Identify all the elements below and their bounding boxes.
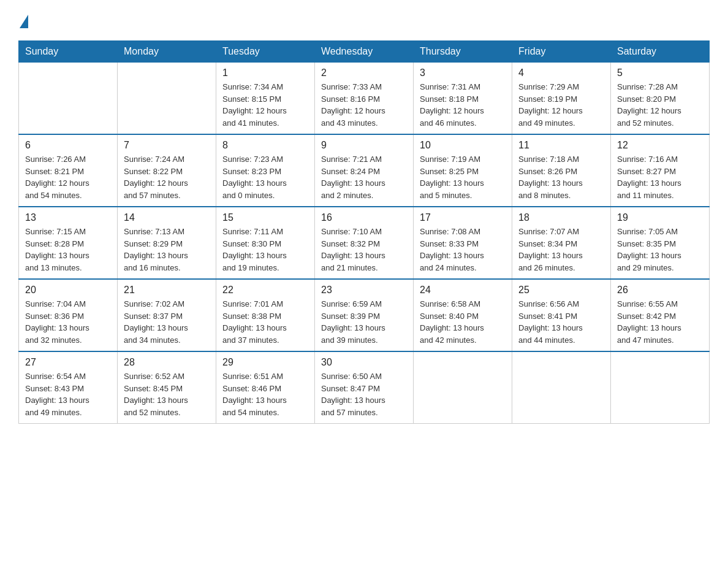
calendar-day-cell <box>512 351 611 424</box>
calendar-day-cell: 1Sunrise: 7:34 AMSunset: 8:15 PMDaylight… <box>216 63 315 135</box>
calendar-day-cell: 20Sunrise: 7:04 AMSunset: 8:36 PMDayligh… <box>19 279 118 351</box>
day-number: 26 <box>617 285 703 296</box>
day-info: Sunrise: 7:29 AMSunset: 8:19 PMDaylight:… <box>518 81 604 129</box>
calendar-day-cell: 14Sunrise: 7:13 AMSunset: 8:29 PMDayligh… <box>118 207 216 279</box>
day-info: Sunrise: 7:23 AMSunset: 8:23 PMDaylight:… <box>222 153 308 201</box>
calendar-day-cell: 5Sunrise: 7:28 AMSunset: 8:20 PMDaylight… <box>611 63 710 135</box>
calendar-day-cell: 21Sunrise: 7:02 AMSunset: 8:37 PMDayligh… <box>118 279 216 351</box>
day-number: 23 <box>321 285 407 296</box>
calendar-week-row: 27Sunrise: 6:54 AMSunset: 8:43 PMDayligh… <box>19 351 710 424</box>
day-info: Sunrise: 6:51 AMSunset: 8:46 PMDaylight:… <box>222 370 308 418</box>
day-number: 18 <box>518 212 604 223</box>
day-number: 27 <box>25 357 111 368</box>
day-info: Sunrise: 6:56 AMSunset: 8:41 PMDaylight:… <box>518 298 604 346</box>
day-info: Sunrise: 7:21 AMSunset: 8:24 PMDaylight:… <box>321 153 407 201</box>
day-number: 1 <box>222 67 308 79</box>
day-number: 13 <box>25 212 111 223</box>
page-header <box>18 12 710 28</box>
day-number: 17 <box>420 212 506 223</box>
calendar-day-cell: 17Sunrise: 7:08 AMSunset: 8:33 PMDayligh… <box>414 207 512 279</box>
day-number: 8 <box>222 140 308 151</box>
calendar-day-cell: 12Sunrise: 7:16 AMSunset: 8:27 PMDayligh… <box>611 134 710 207</box>
day-number: 24 <box>420 285 506 296</box>
day-number: 4 <box>518 67 604 79</box>
calendar-day-cell <box>414 351 512 424</box>
day-info: Sunrise: 7:02 AMSunset: 8:37 PMDaylight:… <box>124 298 210 346</box>
day-number: 10 <box>420 140 506 151</box>
calendar-week-row: 1Sunrise: 7:34 AMSunset: 8:15 PMDaylight… <box>19 63 710 135</box>
day-info: Sunrise: 6:54 AMSunset: 8:43 PMDaylight:… <box>25 370 111 418</box>
calendar-day-cell: 25Sunrise: 6:56 AMSunset: 8:41 PMDayligh… <box>512 279 611 351</box>
day-number: 29 <box>222 357 308 368</box>
day-info: Sunrise: 7:04 AMSunset: 8:36 PMDaylight:… <box>25 298 111 346</box>
day-info: Sunrise: 7:07 AMSunset: 8:34 PMDaylight:… <box>518 226 604 274</box>
day-number: 11 <box>518 140 604 151</box>
day-info: Sunrise: 7:34 AMSunset: 8:15 PMDaylight:… <box>222 81 308 129</box>
day-number: 15 <box>222 212 308 223</box>
weekday-header-thursday: Thursday <box>414 41 512 63</box>
day-number: 19 <box>617 212 703 223</box>
day-number: 3 <box>420 67 506 79</box>
day-number: 2 <box>321 67 407 79</box>
day-number: 5 <box>617 67 703 79</box>
day-number: 6 <box>25 140 111 151</box>
calendar-day-cell: 15Sunrise: 7:11 AMSunset: 8:30 PMDayligh… <box>216 207 315 279</box>
weekday-header-sunday: Sunday <box>19 41 118 63</box>
calendar-week-row: 6Sunrise: 7:26 AMSunset: 8:21 PMDaylight… <box>19 134 710 207</box>
day-number: 12 <box>617 140 703 151</box>
day-info: Sunrise: 7:19 AMSunset: 8:25 PMDaylight:… <box>420 153 506 201</box>
calendar-day-cell: 11Sunrise: 7:18 AMSunset: 8:26 PMDayligh… <box>512 134 611 207</box>
day-info: Sunrise: 7:05 AMSunset: 8:35 PMDaylight:… <box>617 226 703 274</box>
day-info: Sunrise: 6:59 AMSunset: 8:39 PMDaylight:… <box>321 298 407 346</box>
calendar-day-cell: 28Sunrise: 6:52 AMSunset: 8:45 PMDayligh… <box>118 351 216 424</box>
weekday-header-monday: Monday <box>118 41 216 63</box>
calendar-day-cell: 7Sunrise: 7:24 AMSunset: 8:22 PMDaylight… <box>118 134 216 207</box>
day-number: 28 <box>124 357 210 368</box>
calendar-day-cell: 30Sunrise: 6:50 AMSunset: 8:47 PMDayligh… <box>315 351 414 424</box>
calendar-day-cell: 9Sunrise: 7:21 AMSunset: 8:24 PMDaylight… <box>315 134 414 207</box>
day-info: Sunrise: 7:26 AMSunset: 8:21 PMDaylight:… <box>25 153 111 201</box>
day-info: Sunrise: 7:24 AMSunset: 8:22 PMDaylight:… <box>124 153 210 201</box>
calendar-day-cell: 18Sunrise: 7:07 AMSunset: 8:34 PMDayligh… <box>512 207 611 279</box>
calendar-day-cell: 8Sunrise: 7:23 AMSunset: 8:23 PMDaylight… <box>216 134 315 207</box>
day-info: Sunrise: 7:33 AMSunset: 8:16 PMDaylight:… <box>321 81 407 129</box>
calendar-day-cell: 26Sunrise: 6:55 AMSunset: 8:42 PMDayligh… <box>611 279 710 351</box>
day-info: Sunrise: 7:08 AMSunset: 8:33 PMDaylight:… <box>420 226 506 274</box>
day-number: 21 <box>124 285 210 296</box>
day-number: 25 <box>518 285 604 296</box>
calendar-day-cell: 6Sunrise: 7:26 AMSunset: 8:21 PMDaylight… <box>19 134 118 207</box>
calendar-day-cell: 19Sunrise: 7:05 AMSunset: 8:35 PMDayligh… <box>611 207 710 279</box>
calendar-day-cell: 13Sunrise: 7:15 AMSunset: 8:28 PMDayligh… <box>19 207 118 279</box>
day-info: Sunrise: 7:13 AMSunset: 8:29 PMDaylight:… <box>124 226 210 274</box>
calendar-day-cell: 29Sunrise: 6:51 AMSunset: 8:46 PMDayligh… <box>216 351 315 424</box>
day-number: 16 <box>321 212 407 223</box>
day-info: Sunrise: 7:15 AMSunset: 8:28 PMDaylight:… <box>25 226 111 274</box>
calendar-day-cell: 16Sunrise: 7:10 AMSunset: 8:32 PMDayligh… <box>315 207 414 279</box>
calendar-day-cell: 22Sunrise: 7:01 AMSunset: 8:38 PMDayligh… <box>216 279 315 351</box>
calendar-day-cell <box>611 351 710 424</box>
day-info: Sunrise: 6:58 AMSunset: 8:40 PMDaylight:… <box>420 298 506 346</box>
day-number: 14 <box>124 212 210 223</box>
calendar-day-cell: 2Sunrise: 7:33 AMSunset: 8:16 PMDaylight… <box>315 63 414 135</box>
day-info: Sunrise: 6:50 AMSunset: 8:47 PMDaylight:… <box>321 370 407 418</box>
calendar-day-cell: 4Sunrise: 7:29 AMSunset: 8:19 PMDaylight… <box>512 63 611 135</box>
day-number: 22 <box>222 285 308 296</box>
calendar-day-cell: 10Sunrise: 7:19 AMSunset: 8:25 PMDayligh… <box>414 134 512 207</box>
weekday-header-friday: Friday <box>512 41 611 63</box>
calendar-day-cell <box>118 63 216 135</box>
day-info: Sunrise: 7:10 AMSunset: 8:32 PMDaylight:… <box>321 226 407 274</box>
day-info: Sunrise: 6:52 AMSunset: 8:45 PMDaylight:… <box>124 370 210 418</box>
calendar-day-cell: 24Sunrise: 6:58 AMSunset: 8:40 PMDayligh… <box>414 279 512 351</box>
day-info: Sunrise: 6:55 AMSunset: 8:42 PMDaylight:… <box>617 298 703 346</box>
day-info: Sunrise: 7:28 AMSunset: 8:20 PMDaylight:… <box>617 81 703 129</box>
day-info: Sunrise: 7:11 AMSunset: 8:30 PMDaylight:… <box>222 226 308 274</box>
calendar-header-row: SundayMondayTuesdayWednesdayThursdayFrid… <box>19 41 710 63</box>
weekday-header-tuesday: Tuesday <box>216 41 315 63</box>
logo <box>18 12 28 28</box>
day-number: 9 <box>321 140 407 151</box>
day-info: Sunrise: 7:01 AMSunset: 8:38 PMDaylight:… <box>222 298 308 346</box>
calendar-day-cell: 27Sunrise: 6:54 AMSunset: 8:43 PMDayligh… <box>19 351 118 424</box>
day-number: 20 <box>25 285 111 296</box>
day-number: 30 <box>321 357 407 368</box>
calendar-day-cell: 3Sunrise: 7:31 AMSunset: 8:18 PMDaylight… <box>414 63 512 135</box>
